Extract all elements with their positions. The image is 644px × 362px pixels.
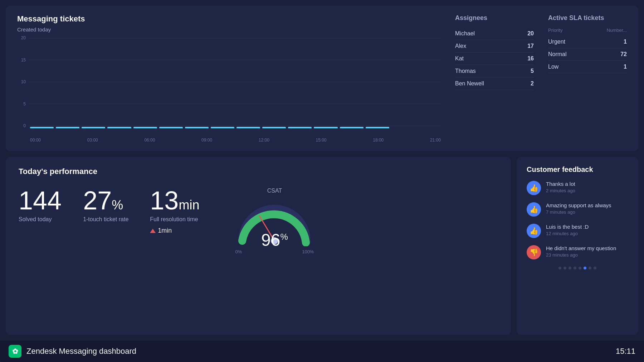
assignee-name: Michael [455,30,475,37]
feedback-time: 12 minutes ago [546,231,589,236]
chart-label: Created today [17,26,441,33]
triangle-up-icon [150,229,156,233]
metric-solved-value: 144 [19,188,62,213]
feedback-content: He didn't answer my question 23 minutes … [546,245,616,258]
feedback-dots [527,267,628,269]
x-label-3: 09:00 [201,138,212,143]
grid-label-20: 20 [17,35,26,40]
x-axis: 00:0003:0006:0009:0012:0015:0018:0021:00 [30,138,441,143]
perf-metrics: 144 Solved today 27% 1-touch ticket rate… [19,188,498,254]
sla-section: Active SLA tickets Priority Number... Ur… [548,14,627,143]
grid-label-15: 15 [17,58,26,63]
bar-8 [236,127,260,128]
assignee-name: Kat [455,55,464,62]
sla-header: Priority Number... [548,28,627,33]
bar-fill-3 [107,127,131,128]
feedback-dot-2[interactable] [569,267,571,269]
feedback-time: 7 minutes ago [546,209,611,215]
sla-row-2: Low1 [548,61,627,73]
right-panels: Assignees Michael20Alex17Kat16Thomas5Ben… [455,14,627,143]
metric-solved-label: Solved today [19,216,62,223]
assignee-name: Ben Newell [455,80,484,87]
chart-section: Messaging tickets Created today 20 15 10 [17,14,441,143]
bar-fill-9 [262,127,286,128]
bar-1 [56,127,79,128]
bar-9 [262,127,286,128]
grid-label-10: 10 [17,79,26,84]
metric-touch-label: 1-touch ticket rate [83,216,128,223]
assignee-name: Alex [455,43,466,49]
bar-fill-7 [211,127,234,128]
x-label-6: 18:00 [373,138,384,143]
feedback-dot-0[interactable] [558,267,561,269]
sla-col-priority: Priority [548,28,562,33]
perf-title: Today's performance [19,167,498,176]
bar-11 [314,127,337,128]
grid-label-5: 5 [17,101,26,106]
metric-touch: 27% 1-touch ticket rate [83,188,128,223]
assignee-row-3: Thomas5 [455,65,534,78]
footer: ✿ Zendesk Messaging dashboard 15:11 [0,341,644,362]
assignee-count: 17 [527,43,534,49]
feedback-dot-1[interactable] [564,267,566,269]
feedback-icon-positive: 👍 [527,224,541,238]
sla-priority: Low [548,64,558,70]
gauge-percent: 96% [261,230,288,250]
performance-panel: Today's performance 144 Solved today 27%… [6,157,511,335]
feedback-text: Thanks a lot [546,181,575,187]
feedback-list: 👍 Thanks a lot 2 minutes ago 👍 Amazing s… [527,181,628,259]
feedback-item-3: 👎 He didn't answer my question 23 minute… [527,245,628,259]
feedback-dot-4[interactable] [579,267,581,269]
assignee-row-1: Alex17 [455,40,534,53]
assignee-count: 5 [531,68,534,74]
bottom-section: Today's performance 144 Solved today 27%… [6,157,638,335]
bar-fill-2 [82,127,105,128]
footer-title: Zendesk Messaging dashboard [26,347,136,356]
feedback-dot-5[interactable] [584,267,586,269]
feedback-icon-negative: 👎 [527,245,541,259]
assignee-count: 20 [527,30,534,37]
gauge-labels: 0% 100% [235,249,314,254]
x-label-5: 15:00 [316,138,327,143]
metric-resolution-label: Full resolution time [150,216,199,223]
feedback-dot-7[interactable] [594,267,596,269]
sla-col-number: Number... [607,28,627,33]
x-label-1: 03:00 [87,138,98,143]
sla-priority: Urgent [548,39,565,45]
assignee-row-4: Ben Newell2 [455,78,534,90]
csat-label: CSAT [267,188,282,194]
feedback-dot-6[interactable] [589,267,591,269]
dashboard: Messaging tickets Created today 20 15 10 [0,0,644,362]
metric-touch-value: 27% [83,188,128,213]
csat-block: CSAT 96% [235,188,314,254]
x-label-7: 21:00 [430,138,441,143]
bar-fill-6 [185,127,209,128]
feedback-panel: Customer feedback 👍 Thanks a lot 2 minut… [517,157,638,335]
assignees-section: Assignees Michael20Alex17Kat16Thomas5Ben… [455,14,534,143]
metric-sub-text: 1min [158,227,172,234]
feedback-dot-3[interactable] [574,267,576,269]
sla-title: Active SLA tickets [548,14,627,22]
top-panel: Messaging tickets Created today 20 15 10 [6,6,638,151]
bar-fill-12 [340,127,364,128]
feedback-content: Luis is the best :D 12 minutes ago [546,224,589,236]
sla-list: Urgent1Normal72Low1 [548,36,627,73]
sla-count: 1 [624,39,627,45]
bars-area [30,35,441,128]
feedback-text: Luis is the best :D [546,224,589,230]
feedback-icon-positive: 👍 [527,202,541,217]
feedback-content: Amazing support as always 7 minutes ago [546,202,611,215]
gauge-label-100: 100% [302,249,314,254]
x-label-0: 00:00 [30,138,41,143]
zendesk-logo-icon: ✿ [9,345,21,358]
metric-resolution: 13min Full resolution time 1min [150,188,199,234]
chart-container: 20 15 10 5 0 [17,35,441,143]
assignees-title: Assignees [455,14,534,22]
bar-6 [185,127,209,128]
sla-count: 1 [624,64,627,70]
assignees-list: Michael20Alex17Kat16Thomas5Ben Newell2 [455,28,534,90]
feedback-text: Amazing support as always [546,202,611,208]
bar-5 [159,127,183,128]
footer-time: 15:11 [616,347,635,356]
metric-resolution-value: 13min [150,188,199,213]
